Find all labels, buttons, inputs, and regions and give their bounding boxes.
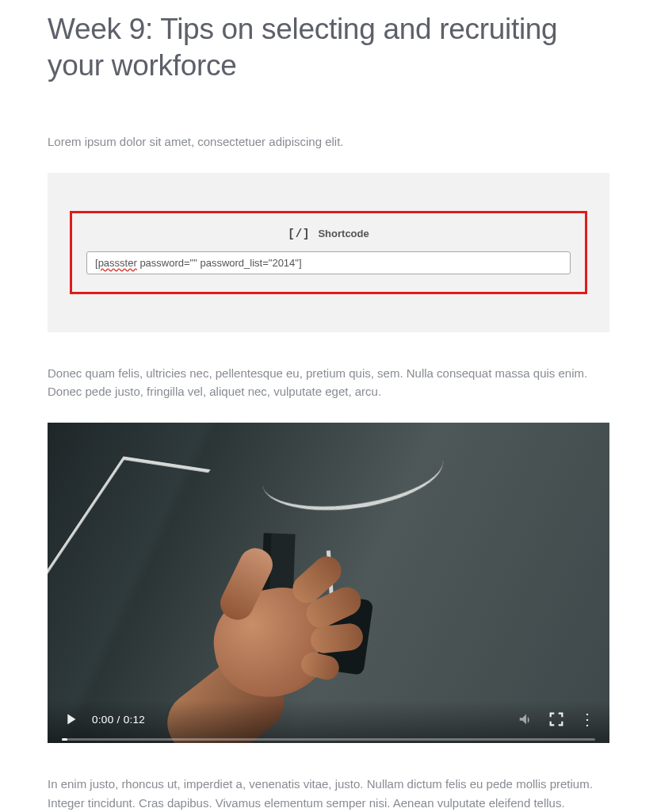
fullscreen-icon[interactable] [548, 710, 565, 728]
spellcheck-underline: passster [98, 257, 137, 269]
shortcode-input[interactable]: [passster password="" password_list="201… [86, 251, 571, 274]
video-player[interactable]: 0:00 / 0:12 ⋮ [48, 423, 609, 743]
video-timecode: 0:00 / 0:12 [92, 714, 145, 726]
page-title: Week 9: Tips on selecting and recruiting… [48, 11, 609, 85]
page-root: Week 9: Tips on selecting and recruiting… [0, 0, 657, 812]
shortcode-block: [/] Shortcode [passster password="" pass… [48, 173, 609, 332]
block-label: Shortcode [318, 228, 369, 239]
more-icon[interactable]: ⋮ [578, 710, 595, 728]
video-current-time: 0:00 [92, 714, 113, 726]
shortcode-icon: [/] [288, 228, 310, 240]
intro-paragraph: Lorem ipsum dolor sit amet, consectetuer… [48, 132, 609, 151]
volume-icon[interactable] [518, 710, 535, 728]
body-paragraph-2: In enim justo, rhoncus ut, imperdiet a, … [48, 775, 609, 812]
video-progress[interactable] [62, 738, 595, 741]
hand-illustration [182, 550, 365, 724]
shortcode-rest: password="" password_list="2014"] [137, 257, 302, 269]
video-frame [48, 423, 609, 743]
video-total-time: 0:12 [124, 714, 145, 726]
body-paragraph-1: Donec quam felis, ultricies nec, pellent… [48, 364, 609, 401]
block-header: [/] Shortcode [86, 228, 571, 240]
highlight-box: [/] Shortcode [passster password="" pass… [70, 211, 587, 294]
video-progress-fill [62, 738, 67, 741]
play-icon[interactable] [62, 710, 79, 728]
video-controls: 0:00 / 0:12 ⋮ [48, 700, 609, 743]
